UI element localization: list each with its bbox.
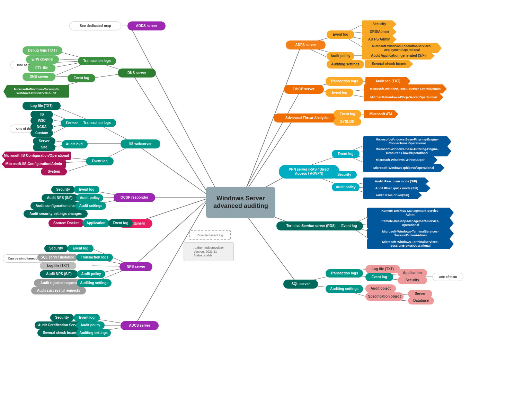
sql-app-node: Application xyxy=(398,269,427,277)
cont-source-node: Source: Docker xyxy=(48,219,84,227)
svg-line-12 xyxy=(130,26,215,187)
sql-logfile-node: Log file (TXT) xyxy=(365,265,400,273)
dns-server-node: DNS server xyxy=(23,73,55,81)
dhcp-transaction-node: Transaction logs xyxy=(326,77,363,86)
nps-label: NPS server xyxy=(127,265,145,269)
ata-eventlog-label: Event log xyxy=(339,112,355,116)
iis-iis-label: IIS xyxy=(39,112,44,117)
adfs-ms-node: Microsoft-Windows-FederationServices-Dep… xyxy=(362,43,442,53)
vpn-ipsec-driver-label: Audit IPsec driver(S/F) xyxy=(376,193,409,197)
adfs-audit-node: Audit policy xyxy=(327,52,354,60)
adcs-eventlog-label: Event log xyxy=(79,316,95,320)
vpn-audit-node: Audit policy xyxy=(332,183,360,191)
svg-line-11 xyxy=(132,73,206,190)
rds-ms-sb-op-label: Microsoft-Windows-TerminalServices-Sessi… xyxy=(382,240,439,248)
dns-eventlog-node: Event log xyxy=(68,74,95,82)
dns-eventlog-label: Event log xyxy=(73,76,89,80)
nps-rejected-label: Audit rejected requests xyxy=(40,281,79,285)
cont-eventlog-node: Event log xyxy=(108,219,133,227)
dns-transaction-node: Transaction logs xyxy=(78,57,116,65)
iis-system-label: System xyxy=(48,170,60,174)
sql-audit-settings-node: Auditing settings xyxy=(326,285,363,293)
ata-node: Advanced Threat Analytics xyxy=(274,113,341,122)
main-node: Windows Server advanced auditing xyxy=(206,187,275,218)
cont-source-label: Source: Docker xyxy=(53,221,79,225)
sql-transaction-node: Transaction logs xyxy=(326,269,363,278)
iis-logfile-label: Log file (TXT) xyxy=(30,104,53,108)
ocsp-audit-security-label: Audit security settings changes xyxy=(29,212,82,216)
cont-eventlog-label: Event log xyxy=(113,221,128,225)
nps-sql-label: SQL server instance xyxy=(41,255,74,260)
vpn-ipsec-main-label: Audit IPsec main mode (S/F) xyxy=(375,180,417,183)
nps-eventlog-label: Event log xyxy=(73,246,88,251)
dhcp-eventlog-node: Event log xyxy=(326,89,353,97)
nps-successful-node: Audit successful requests xyxy=(31,287,86,294)
ocsp-eventlog-node: Event log xyxy=(74,186,99,193)
iis-config-op-label: Microsoft-IIS-Configuration/Operational xyxy=(4,154,69,158)
ocsp-security-label: Security xyxy=(56,188,70,192)
adcs-several-node: Several check boxes xyxy=(37,329,82,337)
cont-app-label: Application xyxy=(87,221,105,225)
sql-node: SQL server xyxy=(283,280,318,289)
sql-eventlog-label: Event log xyxy=(371,275,387,279)
ata-ms-ata-node: Microsoft ATA xyxy=(364,110,398,118)
iis-w3c-label: W3C xyxy=(38,119,45,123)
sql-label: SQL server xyxy=(291,282,310,286)
nps-sql-node: SQL server instance xyxy=(37,254,77,261)
nps-eventlog-node: Event log xyxy=(68,245,94,252)
adfs-adfs-label: AD FS/Admin xyxy=(368,37,390,42)
vpn-ms-bfe-res-label: Microsoft-Windows-Base-Filtering-Engine-… xyxy=(376,147,439,155)
nps-logfile-label: Log file (TXT) xyxy=(47,264,69,268)
disabled-eventlog-label: Disabled event log xyxy=(197,234,223,237)
rds-ms-sb-admin-label: Microsoft-Windows-TerminalServices-Sessi… xyxy=(382,230,439,237)
dhcp-eventlog-label: Event log xyxy=(331,91,347,95)
sql-security-node: Security xyxy=(398,276,427,284)
dhcp-ms-dhcp-node: Microsoft-Windows-DHCP Server Events/Adm… xyxy=(364,84,447,93)
dns-debug-label: Debug logs (TXT) xyxy=(28,48,57,53)
iis-config-admin-label: Microsoft-IIS-Configuration/Admin xyxy=(6,162,62,166)
ocsp-audit-nps-label: Audit NPS (S/F) xyxy=(47,196,73,200)
iis-system-node: System xyxy=(41,168,67,175)
nps-logfile-node: Log file (TXT) xyxy=(40,262,76,270)
rds-rdm-admin-node: Remote-Desktop-Management-Service-Admin xyxy=(367,208,454,218)
iis-audit-label: Audit level xyxy=(66,142,83,146)
dns-ms-label: Microsoft-Windows-Microsoft-Windows-DNSS… xyxy=(14,88,59,95)
vpn-node: VPN server (RAS / DirectAccess / AOVPN) xyxy=(279,165,339,179)
vpn-ms-winnat-node: Microsoft-Windows-WinNat/Oper xyxy=(363,156,437,164)
vpn-ms-bfe-conn-node: Microsoft-Windows-Base-Filtering-Engine-… xyxy=(363,136,451,147)
adfs-several-label: Several check boxes xyxy=(372,62,406,66)
vpn-ms-iphpsvc-node: Microsoft-Windows-Iphlpsvc/Operational xyxy=(363,164,444,172)
adds-label: ADDS server xyxy=(136,24,157,28)
iis-format-node: Format xyxy=(61,119,83,127)
vpn-ipsec-driver-node: Audit IPsec driver(S/F) xyxy=(363,191,422,199)
adcs-audit-policy-node: Audit policy xyxy=(76,321,105,329)
dns-etl-node: ETL file xyxy=(28,64,55,72)
adfs-audit-app-label: Audit Application generated (S/F) xyxy=(371,54,426,58)
ata-syslog-label: SYSLOG xyxy=(340,120,355,124)
iis-server-label: Server xyxy=(39,139,50,143)
nps-security-label: Security xyxy=(49,246,63,251)
nps-audit-nps-label: Audit NPS (S/F) xyxy=(46,272,72,276)
rds-label: Terminal Service server (RDS) xyxy=(286,224,336,228)
dns-label: DNS server xyxy=(127,71,146,75)
adfs-label: ADFS server xyxy=(295,43,316,47)
sql-audit-object-label: Audit object xyxy=(371,287,391,291)
dns-server-label: DNS server xyxy=(30,75,48,79)
adfs-security-node: Security xyxy=(362,20,397,28)
sql-security-label: Security xyxy=(406,278,419,282)
sql-eventlog-node: Event log xyxy=(365,273,393,281)
iis-format-label: Format xyxy=(66,121,78,125)
sql-audit-settings-label: Auditing settings xyxy=(330,287,358,291)
sql-app-label: Application xyxy=(403,271,422,275)
nps-audit-settings-node: Auditing settings xyxy=(77,279,112,287)
sql-database-node: Database xyxy=(408,297,434,305)
dhcp-transaction-label: Transaction logs xyxy=(330,79,358,83)
vpn-label: VPN server (RAS / DirectAccess / AOVPN) xyxy=(289,167,329,176)
cont-app-node: Application xyxy=(82,219,109,227)
dhcp-ms-op-node: Microsoft-Windows-Dhcp-Server/Operationa… xyxy=(364,93,443,101)
ocsp-audit-settings-label: Audit settings xyxy=(79,204,103,208)
iis-transaction-node: Transaction logs xyxy=(78,119,116,127)
adcs-several-label: Several check boxes xyxy=(43,331,77,335)
vpn-ipsec-quick-node: Audit IPsec quick mode (S/F) xyxy=(363,184,431,192)
sql-logfile-label: Log file (TXT) xyxy=(372,267,394,271)
